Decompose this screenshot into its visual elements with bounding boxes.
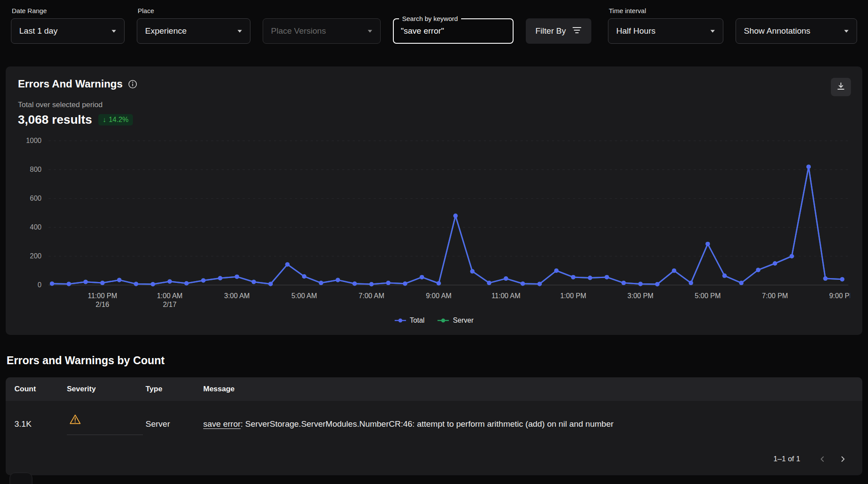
data-point[interactable] xyxy=(604,275,609,279)
column-header-message[interactable]: Message xyxy=(203,377,862,401)
data-point[interactable] xyxy=(235,275,239,279)
show-annotations-select[interactable]: Show Annotations xyxy=(736,18,857,44)
data-point[interactable] xyxy=(790,254,794,258)
y-tick-label: 1000 xyxy=(26,137,42,144)
pagination: 1–1 of 1 xyxy=(6,450,862,475)
data-point[interactable] xyxy=(336,278,340,282)
data-point[interactable] xyxy=(167,279,172,284)
date-range-field: Date Range Last 1 day xyxy=(11,7,125,44)
data-point[interactable] xyxy=(285,262,290,267)
data-point[interactable] xyxy=(369,282,374,286)
previous-page-button[interactable] xyxy=(814,451,831,467)
data-point[interactable] xyxy=(689,281,693,285)
data-point[interactable] xyxy=(319,281,323,285)
data-point[interactable] xyxy=(672,268,676,273)
data-point[interactable] xyxy=(117,278,122,282)
next-page-button[interactable] xyxy=(834,451,851,467)
data-point[interactable] xyxy=(252,280,256,284)
data-point[interactable] xyxy=(50,282,54,286)
table-header-row: Count Severity Type Message xyxy=(6,377,862,401)
place-field: Place Experience xyxy=(137,7,250,44)
data-point[interactable] xyxy=(722,274,727,278)
y-tick-label: 0 xyxy=(38,281,42,289)
data-point[interactable] xyxy=(201,278,205,282)
errors-warnings-card: Errors And Warnings Total over selected … xyxy=(6,66,862,335)
delta-value: 14.2% xyxy=(109,116,128,124)
filter-icon xyxy=(572,26,582,36)
delta-badge: ↓ 14.2% xyxy=(98,114,133,125)
data-point[interactable] xyxy=(437,281,441,286)
data-point[interactable] xyxy=(504,276,508,281)
x-tick-label: 1:00 AM xyxy=(157,292,183,299)
chevron-down-icon xyxy=(710,30,715,33)
message-cell: save error: ServerStorage.ServerModules.… xyxy=(203,401,862,450)
data-point[interactable] xyxy=(100,281,104,285)
data-point[interactable] xyxy=(554,268,559,273)
data-point[interactable] xyxy=(773,261,777,266)
data-point[interactable] xyxy=(184,281,189,286)
severity-cell xyxy=(67,401,146,450)
chart-subtitle: Total over selected period xyxy=(18,101,850,109)
errors-table: Count Severity Type Message 3.1K xyxy=(6,377,862,450)
errors-warnings-chart: 0200400600800100011:00 PM2/161:00 AM2/17… xyxy=(18,134,850,315)
download-button[interactable] xyxy=(831,78,851,96)
legend-label: Server xyxy=(453,317,473,324)
data-point[interactable] xyxy=(420,275,424,279)
help-widget[interactable] xyxy=(10,473,32,484)
column-header-severity[interactable]: Severity xyxy=(67,377,146,401)
data-point[interactable] xyxy=(453,214,458,218)
data-point[interactable] xyxy=(571,275,576,279)
data-point[interactable] xyxy=(538,282,542,286)
data-point[interactable] xyxy=(739,281,743,285)
data-point[interactable] xyxy=(218,276,222,280)
data-point[interactable] xyxy=(756,268,760,272)
chevron-down-icon xyxy=(237,30,242,33)
data-point[interactable] xyxy=(487,281,491,285)
x-tick-sublabel: 2/17 xyxy=(163,301,177,308)
table-row[interactable]: 3.1K Server save error: ServerStorage.Se… xyxy=(6,401,862,450)
x-tick-label: 9:00 PM xyxy=(829,292,850,299)
data-point[interactable] xyxy=(638,282,642,286)
data-point[interactable] xyxy=(403,282,407,286)
warning-triangle-icon[interactable] xyxy=(67,413,143,435)
legend-item-server[interactable]: Server xyxy=(437,317,473,324)
data-point[interactable] xyxy=(302,274,306,279)
data-point[interactable] xyxy=(823,276,828,281)
search-box: Search by keyword xyxy=(393,18,514,44)
x-tick-label: 11:00 AM xyxy=(491,292,520,299)
data-point[interactable] xyxy=(521,282,525,286)
data-point[interactable] xyxy=(67,282,71,286)
data-point[interactable] xyxy=(470,269,475,274)
date-range-select[interactable]: Last 1 day xyxy=(11,18,125,44)
search-input[interactable] xyxy=(394,19,513,43)
chart-title: Errors And Warnings xyxy=(18,78,123,90)
data-point[interactable] xyxy=(806,164,811,169)
data-point[interactable] xyxy=(134,282,138,286)
info-icon[interactable] xyxy=(128,80,137,89)
annotations-field: Show Annotations xyxy=(736,7,857,44)
x-tick-label: 3:00 AM xyxy=(224,292,250,299)
data-point[interactable] xyxy=(840,277,844,282)
legend-marker-icon xyxy=(437,318,449,323)
data-point[interactable] xyxy=(655,282,660,286)
x-tick-sublabel: 2/16 xyxy=(96,301,109,308)
column-header-count[interactable]: Count xyxy=(6,377,67,401)
time-interval-select[interactable]: Half Hours xyxy=(608,18,723,44)
column-header-type[interactable]: Type xyxy=(146,377,203,401)
data-point[interactable] xyxy=(621,281,626,285)
data-point[interactable] xyxy=(268,282,273,286)
place-select[interactable]: Experience xyxy=(137,18,250,44)
data-point[interactable] xyxy=(83,280,88,284)
data-point[interactable] xyxy=(705,242,710,246)
data-point[interactable] xyxy=(352,282,357,286)
type-cell: Server xyxy=(146,401,203,450)
series-line-total xyxy=(52,167,842,284)
arrow-down-icon: ↓ xyxy=(103,116,106,124)
filter-by-button[interactable]: Filter By xyxy=(526,18,591,44)
legend-item-total[interactable]: Total xyxy=(395,317,425,324)
data-point[interactable] xyxy=(386,281,390,285)
place-versions-select[interactable]: Place Versions xyxy=(263,18,381,44)
data-point[interactable] xyxy=(151,282,155,286)
data-point[interactable] xyxy=(588,276,592,280)
download-icon xyxy=(836,82,846,93)
